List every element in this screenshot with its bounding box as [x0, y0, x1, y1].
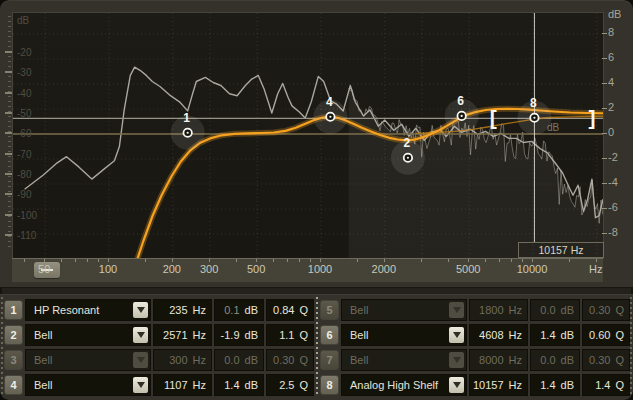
eq-curve-display[interactable]: dB[]12468 [13, 13, 603, 258]
analyzer-scale-tick [5, 214, 12, 216]
gain-unit: dB [561, 379, 574, 391]
band-enable-badge[interactable]: 6 [320, 325, 339, 345]
q-field[interactable]: 0.60Q [582, 324, 630, 346]
analyzer-scale-tick [5, 71, 12, 73]
gain-field[interactable]: 0.1dB [214, 299, 264, 321]
frequency-value: 235 [169, 304, 187, 316]
analyzer-scale-tick [5, 234, 12, 236]
q-bracket-left-handle[interactable]: [ [490, 106, 497, 129]
gain-field[interactable]: 0.0dB [530, 299, 580, 321]
gain-scale-tick-label: 6 [608, 51, 614, 63]
dropdown-arrow-button[interactable] [133, 302, 148, 318]
q-field[interactable]: 0.30Q [582, 299, 630, 321]
freq-axis-label: 50 [38, 263, 50, 275]
frequency-field[interactable]: 1800Hz [469, 299, 528, 321]
q-value: 0.30 [273, 354, 294, 366]
band-enable-badge[interactable]: 8 [320, 375, 339, 395]
dropdown-arrow-button[interactable] [133, 352, 148, 368]
dropdown-arrow-button[interactable] [133, 327, 148, 343]
dropdown-arrow-button[interactable] [449, 302, 464, 318]
freq-axis-label: 500 [247, 263, 265, 275]
filter-type-select[interactable]: Bell [341, 324, 467, 346]
dropdown-arrow-button[interactable] [449, 327, 464, 343]
band-enable-badge[interactable]: 5 [320, 300, 339, 320]
q-unit: Q [615, 354, 624, 366]
q-field[interactable]: 1.4Q [582, 374, 630, 396]
q-value: 2.5 [279, 379, 294, 391]
frequency-field[interactable]: 8000Hz [469, 349, 528, 371]
filter-type-label: Bell [34, 379, 52, 391]
frequency-field[interactable]: 1107Hz [153, 374, 212, 396]
filter-type-select[interactable]: Bell [341, 299, 467, 321]
gain-scale-tick-label: 8 [608, 26, 614, 38]
gain-unit: dB [245, 354, 258, 366]
filter-type-select[interactable]: Bell [25, 374, 151, 396]
frequency-value: 1107 [164, 379, 188, 391]
gain-value: 0.0 [540, 304, 555, 316]
gain-scale-tick-label: 2 [608, 101, 614, 113]
frequency-field[interactable]: 2571Hz [153, 324, 212, 346]
gain-scale-tick-label: -6 [608, 201, 618, 213]
gain-scale-tick [602, 208, 607, 209]
band-enable-badge[interactable]: 4 [4, 375, 23, 395]
q-unit: Q [299, 329, 308, 341]
q-field[interactable]: 0.84Q [266, 299, 314, 321]
gain-unit: dB [245, 329, 258, 341]
q-value: 0.60 [589, 329, 610, 341]
gain-unit: dB [561, 329, 574, 341]
gain-field[interactable]: 0.0dB [214, 349, 264, 371]
chevron-down-icon [137, 332, 145, 338]
filter-type-select[interactable]: Bell [25, 349, 151, 371]
dropdown-arrow-button[interactable] [449, 377, 464, 393]
filter-type-select[interactable]: Analog High Shelf [341, 374, 467, 396]
freq-axis-minor-tick [320, 259, 321, 262]
freq-axis-minor-tick [468, 259, 469, 262]
freq-axis-minor-tick [384, 259, 385, 262]
band-marker-number: 8 [530, 96, 537, 110]
frequency-field[interactable]: 10157Hz [469, 374, 528, 396]
frequency-field[interactable]: 300Hz [153, 349, 212, 371]
frequency-field[interactable]: 235Hz [153, 299, 212, 321]
band-marker-number: 4 [326, 95, 333, 109]
gain-scale-tick [602, 83, 607, 84]
gain-field[interactable]: 1.4dB [214, 374, 264, 396]
filter-type-select[interactable]: Bell [25, 324, 151, 346]
freq-axis-minor-tick [87, 259, 88, 262]
band-enable-badge[interactable]: 1 [4, 300, 23, 320]
freq-axis-minor-tick [236, 259, 237, 262]
freq-axis-label: 5000 [456, 263, 480, 275]
band-marker-number: 6 [457, 94, 464, 108]
q-field[interactable]: 2.5Q [266, 374, 314, 396]
gain-field[interactable]: 1.4dB [530, 324, 580, 346]
frequency-value: 4608 [479, 329, 503, 341]
chevron-down-icon [453, 357, 461, 363]
q-unit: Q [299, 304, 308, 316]
band-marker-number: 1 [183, 111, 190, 125]
q-bracket-right-handle[interactable]: ] [589, 106, 596, 129]
dropdown-arrow-button[interactable] [133, 377, 148, 393]
gain-field[interactable]: -1.9dB [214, 324, 264, 346]
frequency-axis: Hz 5010020030050010002000500010000 [12, 258, 603, 282]
frequency-field[interactable]: 4608Hz [469, 324, 528, 346]
q-field[interactable]: 0.30Q [582, 349, 630, 371]
eq-plot-area[interactable]: dB[]12468 10157 Hz dB-20-30-40-50-60-70-… [12, 12, 604, 259]
filter-type-select[interactable]: HP Resonant [25, 299, 151, 321]
q-value: 0.30 [589, 354, 610, 366]
filter-type-select[interactable]: Bell [341, 349, 467, 371]
q-value: 1.4 [595, 379, 610, 391]
gain-value: 1.4 [540, 329, 555, 341]
gain-unit: dB [561, 354, 574, 366]
frequency-value: 1800 [479, 304, 503, 316]
band-enable-badge[interactable]: 7 [320, 350, 339, 370]
band-row-7: 7 Bell 8000Hz 0.0dB 0.30Q [320, 349, 632, 371]
gain-value: 0.1 [224, 304, 239, 316]
dropdown-arrow-button[interactable] [449, 352, 464, 368]
band-enable-badge[interactable]: 2 [4, 325, 23, 345]
band-enable-badge[interactable]: 3 [4, 350, 23, 370]
gain-field[interactable]: 0.0dB [530, 349, 580, 371]
gain-field[interactable]: 1.4dB [530, 374, 580, 396]
chevron-down-icon [453, 382, 461, 388]
q-field[interactable]: 0.30Q [266, 349, 314, 371]
eq-plugin-window: dB[]12468 10157 Hz dB-20-30-40-50-60-70-… [0, 0, 633, 400]
q-field[interactable]: 1.1Q [266, 324, 314, 346]
